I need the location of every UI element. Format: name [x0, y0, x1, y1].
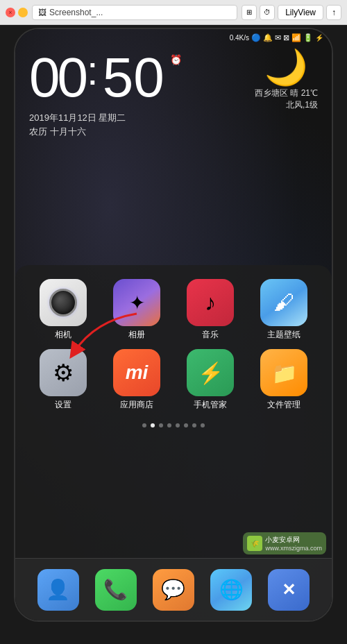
camera-lens	[49, 289, 77, 316]
contacts-person-icon: 👤	[46, 578, 70, 601]
nfc-icon: ⊠	[283, 33, 289, 42]
app-gallery[interactable]: ✦ 相册	[103, 279, 171, 341]
files-label: 文件管理	[267, 399, 301, 411]
gallery-icon: ✦	[129, 291, 145, 314]
dock-browser[interactable]: 🌐	[210, 569, 252, 611]
app-files[interactable]: 📁 文件管理	[250, 349, 318, 411]
dot-6	[184, 423, 188, 427]
window-controls: ×	[6, 8, 28, 17]
app-theme[interactable]: 🖌 主题壁纸	[250, 279, 318, 341]
clock-button[interactable]: ⏱	[260, 5, 275, 20]
weather-location: 西乡塘区 晴 21℃	[255, 87, 318, 99]
dock-contacts[interactable]: 👤	[37, 569, 79, 611]
date-line1: 2019年11月12日 星期二	[29, 111, 318, 125]
dock-message[interactable]: 💬	[153, 569, 194, 611]
security-label: 手机管家	[194, 399, 227, 411]
share-icon: ↑	[332, 8, 336, 17]
appstore-icon-bg: mi	[113, 349, 160, 396]
app-security[interactable]: ⚡ 手机管家	[176, 349, 244, 411]
security-shield-icon: ⚡	[198, 361, 223, 385]
dot-3	[159, 423, 163, 427]
dot-7	[192, 423, 196, 427]
dot-8	[201, 423, 205, 427]
app-grid: 相机 ✦ 相册 ♪ 音乐 🖌 主题壁纸	[22, 279, 325, 411]
dock-phone[interactable]: 📞	[95, 569, 137, 611]
xmanager-icon: ✕	[282, 580, 296, 600]
status-icons: 0.4K/s 🔵 🔔 ✉ ⊠ 📶 🔋 ⚡	[230, 33, 323, 42]
weather-area: 🌙 西乡塘区 晴 21℃ 北风,1级	[255, 50, 318, 111]
camera-label: 相机	[55, 329, 71, 341]
appstore-mi-icon: mi	[126, 362, 149, 384]
grid-icon: ⊞	[246, 8, 252, 16]
app-grid-container: 相机 ✦ 相册 ♪ 音乐 🖌 主题壁纸	[15, 265, 332, 558]
dock: 👤 📞 💬 🌐 ✕	[15, 558, 332, 620]
dock-xmanager[interactable]: ✕	[268, 569, 310, 611]
share-button[interactable]: ↑	[326, 5, 341, 20]
weather-moon-icon: 🌙	[255, 50, 318, 85]
lily-view-tab[interactable]: LilyView	[278, 5, 323, 20]
bluetooth-icon: 🔵	[251, 33, 261, 42]
theme-brush-icon: 🖌	[273, 291, 294, 314]
bell-icon: 🔔	[263, 33, 273, 42]
watermark-text: 小麦安卓网 www.xmszigma.com	[265, 535, 322, 552]
watermark: 🌾 小麦安卓网 www.xmszigma.com	[243, 532, 326, 554]
weather-wind: 北风,1级	[255, 99, 318, 111]
alarm-icon: ⏰	[170, 54, 182, 65]
wheat-icon: 🌾	[251, 540, 259, 548]
message-chat-icon: 💬	[161, 578, 185, 601]
files-folder-icon: 📁	[271, 361, 297, 385]
minimize-button[interactable]	[18, 8, 28, 17]
music-note-icon: ♪	[205, 290, 216, 316]
status-bar: 0.4K/s 🔵 🔔 ✉ ⊠ 📶 🔋 ⚡	[15, 29, 332, 46]
gallery-icon-bg: ✦	[113, 279, 160, 326]
music-icon-bg: ♪	[187, 279, 234, 326]
settings-label: 设置	[55, 399, 71, 411]
files-icon-bg: 📁	[260, 349, 307, 396]
network-speed: 0.4K/s	[230, 34, 249, 42]
clock-hours: 00	[29, 50, 85, 105]
browser-globe-icon: 🌐	[219, 578, 244, 601]
grid-view-button[interactable]: ⊞	[242, 5, 257, 20]
clock-icon: ⏱	[264, 8, 271, 16]
music-label: 音乐	[202, 329, 219, 341]
theme-label: 主题壁纸	[267, 329, 301, 341]
date-info: 2019年11月12日 星期二 农历 十月十六	[29, 111, 318, 138]
clock-minutes: 50	[103, 50, 164, 105]
charge-icon: ⚡	[315, 34, 323, 42]
watermark-logo: 🌾	[247, 536, 262, 551]
close-button[interactable]: ×	[6, 8, 15, 17]
dot-2	[151, 423, 155, 427]
url-text: Screenshot_...	[49, 8, 103, 17]
settings-gear-icon: ⚙	[53, 359, 74, 387]
app-appstore[interactable]: mi 应用商店	[103, 349, 171, 411]
dot-1	[142, 423, 146, 427]
phone-frame: 0.4K/s 🔵 🔔 ✉ ⊠ 📶 🔋 ⚡ 00 : 50 ⏰ 2019年11月1…	[14, 28, 333, 622]
phone-call-icon: 📞	[103, 578, 128, 601]
url-bar[interactable]: 🖼 Screenshot_...	[32, 5, 237, 20]
dot-4	[167, 423, 171, 427]
watermark-url: www.xmszigma.com	[265, 545, 322, 552]
clock-separator: :	[87, 50, 99, 92]
app-camera[interactable]: 相机	[29, 279, 97, 341]
app-music[interactable]: ♪ 音乐	[176, 279, 244, 341]
security-icon-bg: ⚡	[187, 349, 234, 396]
screenshot-icon: 🖼	[38, 8, 46, 17]
wifi-icon: 📶	[291, 33, 301, 42]
dot-5	[176, 423, 180, 427]
date-line2: 农历 十月十六	[29, 125, 318, 139]
appstore-label: 应用商店	[120, 399, 153, 411]
gallery-label: 相册	[128, 329, 145, 341]
theme-icon-bg: 🖌	[260, 279, 307, 326]
mail-icon: ✉	[275, 33, 281, 42]
browser-bar: × 🖼 Screenshot_... ⊞ ⏱ LilyView ↑	[0, 0, 347, 25]
watermark-site: 小麦安卓网	[265, 535, 322, 545]
app-settings[interactable]: ⚙ 设置	[29, 349, 97, 411]
settings-icon-bg: ⚙	[40, 349, 87, 396]
camera-icon-bg	[40, 279, 87, 326]
battery-icon: 🔋	[303, 33, 313, 42]
page-dots	[22, 423, 325, 427]
